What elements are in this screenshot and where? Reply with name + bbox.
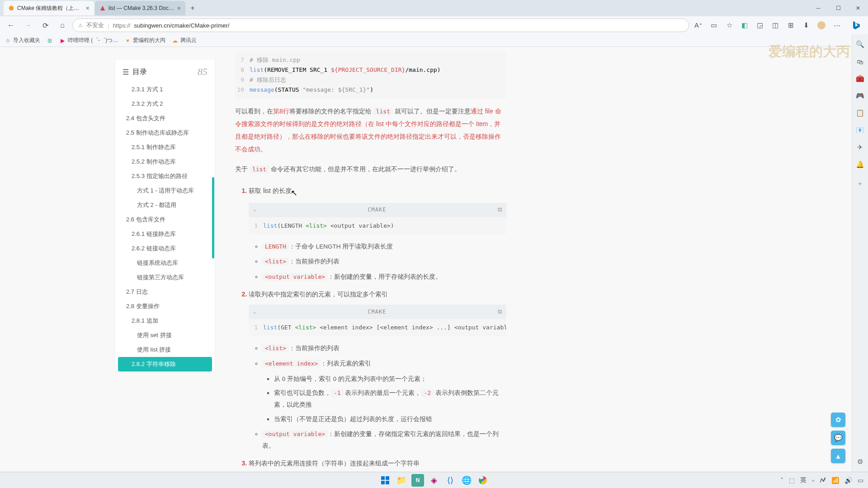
toc-item[interactable]: 2.5.3 指定输出的路径 — [115, 169, 215, 183]
bell-icon[interactable]: 🔔 — [855, 159, 866, 170]
toc-scrollbar[interactable] — [212, 177, 214, 258]
tray-icon[interactable]: ⬚ — [789, 477, 795, 484]
article-content[interactable]: 7# 移除 main.cpp 8listlist(REMOVE_ITEM SRC… — [222, 47, 520, 488]
toc-item[interactable]: 链接第三方动态库 — [115, 270, 215, 285]
collapse-icon[interactable]: ⌄ — [253, 205, 256, 215]
vscode-icon[interactable]: ⟨⟩ — [444, 474, 457, 487]
toc-count: 85 — [198, 66, 208, 78]
list-item: <list>：当前操作的列表 — [262, 256, 506, 267]
toc-item[interactable]: 2.5.2 制作动态库 — [115, 155, 215, 169]
ime-icon[interactable]: 英 — [800, 476, 807, 484]
refresh-button[interactable]: ⟳ — [38, 18, 52, 33]
toc-item[interactable]: 2.6.1 链接静态库 — [115, 227, 215, 241]
list-item: LENGTH：子命令 LENGTH 用于读取列表长度 — [262, 241, 506, 253]
menu-icon[interactable]: ⋯ — [830, 19, 844, 32]
toc-item[interactable]: 2.3.1 方式 1 — [115, 82, 215, 97]
visual-studio-icon[interactable]: ◈ — [428, 474, 440, 487]
collapse-icon[interactable]: ⌄ — [253, 307, 256, 317]
split-icon[interactable]: ◫ — [769, 19, 782, 32]
grid-icon: ⊞ — [47, 38, 53, 44]
toc-item[interactable]: 2.8.1 追加 — [115, 314, 215, 328]
tv-icon: ▶ — [59, 38, 66, 44]
bookmark-tencent[interactable]: ☁腾讯云 — [172, 37, 197, 44]
download-icon[interactable]: ⬇ — [799, 19, 813, 32]
close-icon[interactable]: × — [86, 5, 90, 12]
bookmark-apps[interactable]: ⊞ — [47, 38, 53, 44]
bookmark-import[interactable]: ☆导入收藏夹 — [5, 37, 40, 44]
new-tab-button[interactable]: + — [186, 2, 199, 14]
copy-icon[interactable]: ⧉ — [498, 306, 502, 318]
profile-icon[interactable] — [815, 19, 828, 32]
list-item: 读取列表中指定索引的的元素，可以指定多个索引 ⌄ CMAKE ⧉ 1list(G… — [249, 288, 506, 452]
add-icon[interactable]: ＋ — [855, 178, 866, 189]
minimize-button[interactable]: ─ — [808, 1, 828, 15]
url-input[interactable]: ⚠ 不安全 | https://subingwen.cn/cmake/CMake… — [72, 19, 689, 32]
chrome-icon[interactable] — [476, 474, 489, 487]
toc-item[interactable]: 2.4 包含头文件 — [115, 111, 215, 126]
svg-point-0 — [9, 6, 14, 11]
forward-button[interactable]: → — [21, 18, 35, 33]
copy-icon[interactable]: ⧉ — [498, 204, 502, 216]
start-button[interactable] — [379, 474, 392, 487]
bookmark-blog[interactable]: ♥爱编程的大丙 — [124, 37, 165, 44]
toc-item[interactable]: 2.6 包含库文件 — [115, 212, 215, 227]
url-text: subingwen.cn/cmake/CMake-primer/ — [134, 22, 229, 29]
tray-icon[interactable]: ▭ — [858, 477, 863, 484]
close-icon[interactable]: × — [177, 5, 181, 12]
reader-icon[interactable]: ▭ — [707, 19, 721, 32]
tab-inactive[interactable]: list — CMake 3.26.3 Documenta × — [95, 1, 185, 15]
tools-icon[interactable]: 🧰 — [855, 73, 866, 84]
tab-active[interactable]: CMake 保姆级教程（上）| 爱编 × — [4, 1, 94, 15]
tray-icon[interactable]: ▫ — [812, 477, 814, 484]
chat-float-button[interactable]: 💬 — [831, 431, 845, 445]
close-window-button[interactable]: ✕ — [848, 1, 868, 15]
paragraph: 关于 list 命令还有其它功能，但是并不常用，在此就不一一进行举例介绍了。 — [235, 163, 506, 175]
toc-burger-icon[interactable]: ☰ — [123, 68, 129, 76]
favorite-icon[interactable]: ☆ — [722, 19, 736, 32]
toc-item[interactable]: 2.7 日志 — [115, 285, 215, 299]
edge-icon[interactable]: 🌐 — [460, 474, 473, 487]
code-block: 7# 移除 main.cpp 8listlist(REMOVE_ITEM SRC… — [235, 52, 506, 99]
list-item: <list>：当前操作的列表 — [262, 343, 506, 354]
app-icon[interactable]: N — [411, 474, 424, 487]
volume-icon[interactable]: 🔊 — [844, 477, 852, 484]
shopping-icon[interactable]: 🛍 — [855, 56, 866, 67]
outlook-icon[interactable]: 📧 — [855, 125, 866, 136]
wifi-icon[interactable]: 📶 — [831, 477, 839, 484]
battery-icon[interactable]: 🗲 — [820, 477, 826, 484]
line-ref-link[interactable]: 第8行 — [273, 108, 289, 115]
back-button[interactable]: ← — [4, 18, 18, 33]
bookmark-bilibili[interactable]: ▶哔哩哔哩 (゜-゜)つ… — [59, 37, 118, 44]
games-icon[interactable]: 🎮 — [855, 90, 866, 101]
bing-icon[interactable] — [848, 17, 864, 33]
toc-item[interactable]: 2.8 变量操作 — [115, 299, 215, 314]
inline-code: -2 — [421, 389, 434, 397]
toc-item[interactable]: 链接系统动态库 — [115, 256, 215, 270]
explorer-icon[interactable]: 📁 — [395, 474, 408, 487]
collections-icon[interactable]: ⊞ — [784, 19, 797, 32]
tray-chevron-icon[interactable]: ˄ — [780, 477, 783, 484]
toc-item[interactable]: 方式 1 - 适用于动态库 — [115, 183, 215, 198]
inline-code: <list> — [262, 258, 289, 265]
home-button[interactable]: ⌂ — [55, 18, 70, 33]
toc-item[interactable]: 使用 list 拼接 — [115, 343, 215, 357]
toc-item[interactable]: 2.3.2 方式 2 — [115, 97, 215, 111]
text-size-icon[interactable]: A⁺ — [692, 19, 705, 32]
search-icon[interactable]: 🔍 — [855, 39, 866, 50]
toc-item[interactable]: 使用 set 拼接 — [115, 328, 215, 343]
inline-code: <output variable> — [262, 430, 328, 438]
send-icon[interactable]: ✈ — [855, 142, 866, 153]
toc-item[interactable]: 方式 2 - 都适用 — [115, 198, 215, 212]
toc-item[interactable]: 2.6.2 链接动态库 — [115, 241, 215, 256]
extension-icon[interactable]: ◲ — [753, 19, 767, 32]
settings-float-button[interactable]: ✿ — [831, 413, 845, 427]
maximize-button[interactable]: ☐ — [828, 1, 848, 15]
toc-item[interactable]: 2.5.1 制作静态库 — [115, 140, 215, 155]
office-icon[interactable]: 📋 — [855, 108, 866, 118]
gear-icon[interactable]: ⚙ — [855, 456, 866, 467]
toc-body[interactable]: 2.3.1 方式 12.3.2 方式 22.4 包含头文件2.5 制作动态库或静… — [115, 82, 215, 371]
toc-item[interactable]: 2.8.2 字符串移除 — [118, 357, 212, 371]
extension-icon[interactable]: ◧ — [738, 19, 751, 32]
toc-item[interactable]: 2.5 制作动态库或静态库 — [115, 126, 215, 140]
scroll-top-button[interactable]: ▲ — [831, 449, 845, 463]
